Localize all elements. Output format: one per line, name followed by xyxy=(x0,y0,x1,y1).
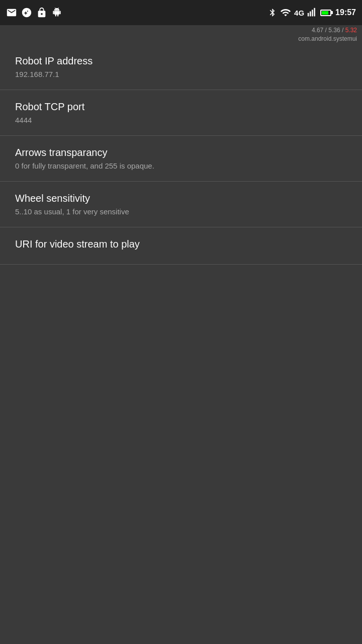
status-bar-right-icons: 4G 19:57 xyxy=(268,7,356,18)
clock-time: 19:57 xyxy=(335,8,356,17)
battery-icon xyxy=(320,10,331,16)
svg-rect-2 xyxy=(312,10,313,16)
signal-icon xyxy=(307,7,317,18)
settings-item-arrows-transparency[interactable]: Arrows transparancy 0 for fully transpar… xyxy=(0,136,362,182)
robot-tcp-port-title: Robot TCP port xyxy=(15,101,347,113)
debug-info: 4.67 / 5.36 / 5.32 com.android.systemui xyxy=(0,25,362,44)
debug-line2: com.android.systemui xyxy=(298,35,357,42)
robot-ip-title: Robot IP address xyxy=(15,55,347,67)
status-bar-left-icons xyxy=(6,7,62,18)
robot-ip-subtitle: 192.168.77.1 xyxy=(15,70,347,78)
settings-list: Robot IP address 192.168.77.1 Robot TCP … xyxy=(0,44,362,265)
wheel-sensitivity-title: Wheel sensitivity xyxy=(15,193,347,204)
svg-rect-3 xyxy=(314,8,315,17)
svg-rect-0 xyxy=(308,13,309,17)
network-type: 4G xyxy=(294,9,304,17)
settings-item-uri-video-stream[interactable]: URI for video stream to play xyxy=(0,227,362,265)
wheel-sensitivity-subtitle: 5..10 as usual, 1 for very sensitive xyxy=(15,207,347,216)
settings-item-robot-ip[interactable]: Robot IP address 192.168.77.1 xyxy=(0,44,362,90)
settings-item-wheel-sensitivity[interactable]: Wheel sensitivity 5..10 as usual, 1 for … xyxy=(0,182,362,227)
arrows-transparency-subtitle: 0 for fully transparent, and 255 is opaq… xyxy=(15,162,347,170)
settings-item-robot-tcp-port[interactable]: Robot TCP port 4444 xyxy=(0,90,362,136)
svg-rect-1 xyxy=(310,12,311,17)
wifi-icon xyxy=(280,7,291,18)
lock-icon xyxy=(36,7,47,18)
debug-line1: 4.67 / 5.36 / 5.32 xyxy=(312,27,357,34)
debug-highlight: 5.32 xyxy=(345,27,357,34)
android-icon xyxy=(51,7,62,18)
uri-video-stream-title: URI for video stream to play xyxy=(15,238,347,250)
bluetooth-icon xyxy=(268,7,277,18)
robot-tcp-port-subtitle: 4444 xyxy=(15,116,347,124)
email-icon xyxy=(6,7,17,18)
game-icon xyxy=(21,7,32,18)
status-bar: 4G 19:57 xyxy=(0,0,362,25)
arrows-transparency-title: Arrows transparancy xyxy=(15,147,347,158)
